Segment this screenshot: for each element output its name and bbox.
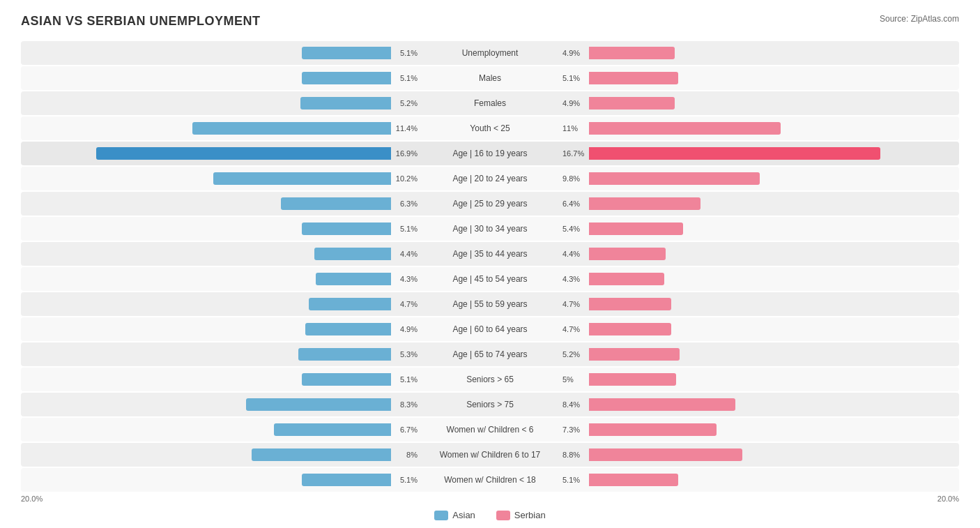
value-serbian: 5% xyxy=(562,375,589,384)
bar-serbian xyxy=(589,97,675,110)
value-asian: 8.3% xyxy=(391,400,418,409)
legend-item-serbian: Serbian xyxy=(496,510,546,520)
axis-left: 20.0% xyxy=(21,495,56,503)
table-row: 5.1% Seniors > 65 5% xyxy=(21,368,959,391)
legend-label-serbian: Serbian xyxy=(514,510,546,520)
bar-serbian xyxy=(589,222,683,235)
bar-serbian xyxy=(589,122,781,135)
value-asian: 6.7% xyxy=(391,425,418,434)
value-serbian: 9.8% xyxy=(562,174,589,183)
value-asian: 8% xyxy=(391,451,418,459)
bar-asian xyxy=(252,448,391,461)
table-row: 6.7% Women w/ Children < 6 7.3% xyxy=(21,418,959,442)
chart-source: Source: ZipAtlas.com xyxy=(880,14,959,24)
row-label: Age | 35 to 44 years xyxy=(420,249,560,259)
table-row: 6.3% Age | 25 to 29 years 6.4% xyxy=(21,192,959,216)
bar-asian xyxy=(302,222,391,235)
table-row: 11.4% Youth < 25 11% xyxy=(21,116,959,140)
value-serbian: 5.2% xyxy=(562,350,589,359)
table-row: 10.2% Age | 20 to 24 years 9.8% xyxy=(21,167,959,190)
value-serbian: 8.4% xyxy=(562,400,589,409)
table-row: 4.7% Age | 55 to 59 years 4.7% xyxy=(21,292,959,316)
bar-serbian xyxy=(589,423,717,436)
value-asian: 5.1% xyxy=(391,74,418,82)
table-row: 16.9% Age | 16 to 19 years 16.7% xyxy=(21,142,959,165)
value-asian: 5.1% xyxy=(391,375,418,384)
row-label: Females xyxy=(420,98,560,108)
bar-serbian xyxy=(589,348,680,361)
legend-label-asian: Asian xyxy=(452,510,475,520)
value-asian: 5.2% xyxy=(391,99,418,107)
table-row: 4.3% Age | 45 to 54 years 4.3% xyxy=(21,267,959,291)
value-asian: 11.4% xyxy=(391,124,418,133)
bar-asian xyxy=(314,248,391,260)
bar-serbian xyxy=(589,47,675,59)
table-row: 5.1% Age | 30 to 34 years 5.4% xyxy=(21,217,959,241)
row-label: Age | 60 to 64 years xyxy=(420,324,560,334)
value-serbian: 4.9% xyxy=(562,49,589,57)
bar-asian xyxy=(316,273,391,285)
table-row: 5.1% Males 5.1% xyxy=(21,66,959,90)
table-row: 4.4% Age | 35 to 44 years 4.4% xyxy=(21,242,959,266)
value-asian: 5.3% xyxy=(391,350,418,359)
axis-right: 20.0% xyxy=(924,495,959,503)
value-serbian: 4.4% xyxy=(562,250,589,258)
legend-swatch-serbian xyxy=(496,511,510,520)
row-label: Women w/ Children 6 to 17 xyxy=(420,450,560,460)
value-serbian: 4.3% xyxy=(562,275,589,283)
table-row: 8.3% Seniors > 75 8.4% xyxy=(21,393,959,416)
row-label: Seniors > 75 xyxy=(420,400,560,409)
row-label: Age | 25 to 29 years xyxy=(420,199,560,209)
value-asian: 16.9% xyxy=(391,149,418,158)
bar-serbian xyxy=(589,474,678,486)
bar-asian xyxy=(213,172,391,185)
table-row: 8% Women w/ Children 6 to 17 8.8% xyxy=(21,443,959,467)
chart-container: ASIAN VS SERBIAN UNEMPLOYMENT Source: Zi… xyxy=(0,0,980,528)
value-asian: 5.1% xyxy=(391,225,418,233)
value-asian: 5.1% xyxy=(391,476,418,484)
bar-serbian xyxy=(589,197,700,210)
legend-swatch-asian xyxy=(434,511,448,520)
bar-serbian xyxy=(589,172,760,185)
bar-serbian xyxy=(589,72,678,84)
row-label: Age | 45 to 54 years xyxy=(420,274,560,284)
bar-serbian xyxy=(589,398,735,411)
bar-asian xyxy=(302,474,391,486)
bar-asian xyxy=(96,147,391,160)
row-label: Age | 30 to 34 years xyxy=(420,224,560,234)
row-label: Age | 65 to 74 years xyxy=(420,349,560,359)
value-asian: 5.1% xyxy=(391,49,418,57)
axis-row: 20.0% 20.0% xyxy=(21,495,959,503)
row-label: Age | 55 to 59 years xyxy=(420,299,560,309)
bar-asian xyxy=(302,373,391,386)
table-row: 4.9% Age | 60 to 64 years 4.7% xyxy=(21,317,959,341)
value-serbian: 5.1% xyxy=(562,476,589,484)
bar-asian xyxy=(274,423,391,436)
bar-serbian xyxy=(589,273,664,285)
row-label: Women w/ Children < 6 xyxy=(420,425,560,435)
value-serbian: 6.4% xyxy=(562,199,589,208)
value-asian: 4.7% xyxy=(391,300,418,308)
row-label: Males xyxy=(420,73,560,83)
bar-asian xyxy=(246,398,391,411)
rows-wrapper: 5.1% Unemployment 4.9% 5.1% Ma xyxy=(21,41,959,492)
chart-header: ASIAN VS SERBIAN UNEMPLOYMENT Source: Zi… xyxy=(21,14,959,29)
table-row: 5.2% Females 4.9% xyxy=(21,91,959,115)
bar-asian xyxy=(302,72,391,84)
bar-serbian xyxy=(589,248,666,260)
value-asian: 6.3% xyxy=(391,199,418,208)
bar-serbian xyxy=(589,298,671,310)
table-row: 5.1% Women w/ Children < 18 5.1% xyxy=(21,468,959,492)
value-serbian: 11% xyxy=(562,124,589,133)
value-serbian: 5.4% xyxy=(562,225,589,233)
bar-serbian xyxy=(589,323,671,335)
bar-asian xyxy=(192,122,391,135)
row-label: Women w/ Children < 18 xyxy=(420,475,560,485)
chart-title: ASIAN VS SERBIAN UNEMPLOYMENT xyxy=(21,14,261,29)
legend-item-asian: Asian xyxy=(434,510,475,520)
bar-asian xyxy=(309,298,391,310)
legend: Asian Serbian xyxy=(21,510,959,520)
row-label: Unemployment xyxy=(420,48,560,58)
value-serbian: 4.7% xyxy=(562,300,589,308)
bar-asian xyxy=(302,47,391,59)
